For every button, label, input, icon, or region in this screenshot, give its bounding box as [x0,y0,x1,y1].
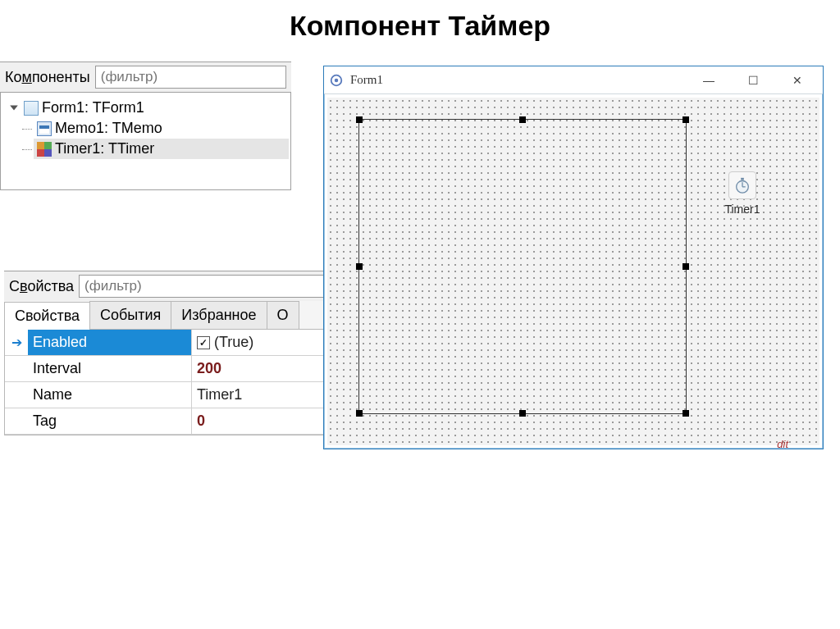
component-icon [37,142,52,157]
timer-icon [728,171,756,199]
properties-grid: ➔ Enabled ✓ (True) Interval 200 Name Tim… [4,330,345,435]
components-tree[interactable]: Form1: TForm1 Memo1: TMemo Timer1: TTime… [0,92,291,190]
prop-name: Name [28,382,192,408]
resize-handle[interactable] [356,263,363,270]
prop-value-enabled[interactable]: ✓ (True) [192,330,344,355]
window-controls: — ☐ ✕ [696,74,818,87]
resize-handle[interactable] [519,410,526,417]
prop-value-text: (True) [214,334,253,351]
properties-panel: Свойства Свойства События Избранное О ➔ … [4,271,345,435]
components-header: Компоненты [0,62,291,92]
prop-value-name[interactable]: Timer1 [192,382,344,408]
resize-handle[interactable] [356,410,363,417]
prop-row-name[interactable]: Name Timer1 [5,382,344,408]
timer-component-label: Timer1 [718,203,767,216]
resize-handle[interactable] [682,263,689,270]
current-row-arrow-icon: ➔ [5,330,28,355]
form-designer-window: Form1 — ☐ ✕ T [323,66,824,449]
properties-label: Свойства [9,278,74,295]
memo-icon [37,121,52,136]
prop-value-interval[interactable]: 200 [192,356,344,381]
prop-name: Interval [28,356,192,381]
tab-properties[interactable]: Свойства [4,302,90,330]
maximize-button[interactable]: ☐ [741,74,765,87]
tree-item-label: Timer1: TTimer [55,140,154,157]
tree-expander-icon[interactable] [7,102,21,115]
resize-handle[interactable] [682,410,689,417]
resize-handle[interactable] [682,116,689,123]
tab-favorites[interactable]: Избранное [171,301,267,329]
timer1-component[interactable]: Timer1 [718,171,767,216]
prop-row-enabled[interactable]: ➔ Enabled ✓ (True) [5,330,344,356]
svg-rect-3 [741,178,744,180]
tab-restricted[interactable]: О [267,301,299,329]
tree-item-timer1[interactable]: Timer1: TTimer [34,139,289,159]
memo1-component[interactable] [358,119,687,414]
close-button[interactable]: ✕ [785,74,810,87]
resize-handle[interactable] [519,116,526,123]
slide-title: Компонент Таймер [0,10,840,42]
prop-value-tag[interactable]: 0 [192,408,344,434]
checkbox-icon[interactable]: ✓ [197,336,210,349]
components-panel: Компоненты Form1: TForm1 Memo1: TMemo Ti… [0,62,291,190]
tree-item-label: Memo1: TMemo [55,120,162,137]
window-titlebar[interactable]: Form1 — ☐ ✕ [324,66,823,94]
lazarus-icon [329,73,344,88]
form-icon [24,101,39,116]
prop-name: Tag [28,408,192,434]
components-label: Компоненты [5,69,90,86]
properties-tabs: Свойства События Избранное О [4,301,345,330]
form-client-area[interactable]: Timer1 dit [327,98,819,445]
prop-name: Enabled [28,330,192,355]
tree-root-form1[interactable]: Form1: TForm1 [4,98,289,118]
properties-header: Свойства [4,271,345,301]
window-title: Form1 [350,73,383,87]
properties-filter-input[interactable] [79,275,340,298]
tree-item-memo1[interactable]: Memo1: TMemo [34,118,289,139]
minimize-button[interactable]: — [696,74,721,87]
truncated-label: dit [777,438,788,450]
components-filter-input[interactable] [95,66,286,89]
tab-events[interactable]: События [89,301,171,329]
prop-row-interval[interactable]: Interval 200 [5,356,344,382]
resize-handle[interactable] [356,116,363,123]
svg-point-1 [335,78,339,82]
prop-row-tag[interactable]: Tag 0 [5,408,344,435]
tree-item-label: Form1: TForm1 [42,99,144,116]
